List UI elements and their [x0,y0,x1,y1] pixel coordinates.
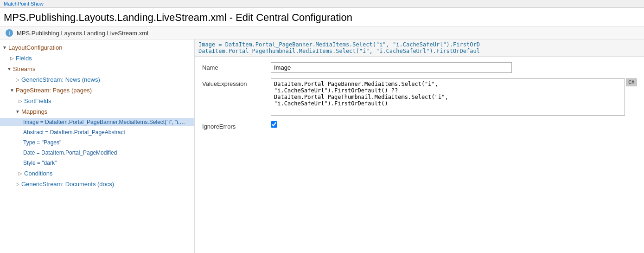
tree-item-mapping1[interactable]: Image = DataItem.Portal_PageBanner.Media… [0,117,194,127]
tree-item-pagestream[interactable]: ▼ PageStream: Pages (pages) [0,85,194,96]
info-icon: i [6,29,13,37]
right-top-code: Image = DataItem.Portal_PageBanner.Media… [195,39,644,57]
ignore-errors-label: IgnoreErrors [202,121,267,130]
code-line2: DataItem.Portal_PageThumbnail.MediaItems… [198,48,640,54]
streams-label: Streams [13,65,35,72]
main-layout: ▼ LayoutConfiguration ▷ Fields ▼ Streams… [0,39,644,253]
value-expression-group: DataItem.Portal_PageBanner.MediaItems.Se… [271,78,637,116]
name-label: Name [202,62,267,71]
tree-item-fields[interactable]: ▷ Fields [0,53,194,64]
tree-item-generic-docs[interactable]: ▷ GenericStream: Documents (docs) [0,179,194,189]
name-row: Name [202,62,637,73]
toggle-conditions[interactable]: ▷ [18,171,23,176]
generic-docs-label: GenericStream: Documents (docs) [21,181,114,188]
toggle-fields[interactable]: ▷ [9,56,15,61]
code-line1: Image = DataItem.Portal_PageBanner.Media… [198,41,640,48]
toggle-generic-news[interactable]: ▷ [15,77,20,83]
tree-item-sortfields[interactable]: ▷ SortFields [0,96,194,106]
mapping2-label: Abstract = DataItem.Portal_PageAbstract [23,129,125,136]
name-input[interactable] [271,62,512,73]
info-filename: MPS.Publishing.Layouts.Landing.LiveStrea… [17,30,148,37]
toggle-mappings[interactable]: ▼ [15,109,20,115]
mapping3-label: Type = "Pages" [23,139,61,146]
mapping4-label: Date = DataItem.Portal_PageModified [23,149,117,156]
fields-label: Fields [16,55,32,62]
tree-item-mapping3[interactable]: Type = "Pages" [0,137,194,148]
generic-news-label: GenericStream: News (news) [21,76,100,83]
pagestream-label: PageStream: Pages (pages) [16,87,92,94]
tree-item-conditions[interactable]: ▷ Conditions [0,168,194,179]
info-bar: i MPS.Publishing.Layouts.Landing.LiveStr… [0,27,644,39]
toggle-pagestream[interactable]: ▼ [9,88,15,93]
top-bar: MatchPoint Show [0,0,644,8]
conditions-label: Conditions [24,170,52,177]
tree-item-root[interactable]: ▼ LayoutConfiguration [0,42,194,53]
cs-badge: C# [626,78,637,86]
root-label: LayoutConfiguration [8,44,62,51]
toggle-generic-docs[interactable]: ▷ [15,182,20,187]
ignore-errors-checkbox[interactable] [271,121,277,128]
right-panel: Image = DataItem.Portal_PageBanner.Media… [195,39,644,253]
tree-item-mapping5[interactable]: Style = "dark" [0,158,194,168]
value-expression-label: ValueExpression [202,78,267,87]
left-panel: ▼ LayoutConfiguration ▷ Fields ▼ Streams… [0,39,195,253]
ignore-errors-row: IgnoreErrors [202,121,637,130]
mapping5-label: Style = "dark" [23,160,57,166]
toggle-sortfields[interactable]: ▷ [18,98,23,104]
toggle-streams[interactable]: ▼ [6,66,12,72]
toggle-root[interactable]: ▼ [2,45,7,51]
page-title: MPS.Publishing.Layouts.Landing.LiveStrea… [0,8,644,27]
tree-item-streams[interactable]: ▼ Streams [0,64,194,74]
top-bar-label: MatchPoint Show [4,1,44,6]
tree-item-generic-news[interactable]: ▷ GenericStream: News (news) [0,74,194,85]
sortfields-label: SortFields [24,97,51,104]
mapping1-label: Image = DataItem.Portal_PageBanner.Media… [23,119,185,125]
mappings-label: Mappings [21,108,47,115]
right-form: Name ValueExpression DataItem.Portal_Pag… [195,57,644,136]
value-expression-textarea[interactable]: DataItem.Portal_PageBanner.MediaItems.Se… [271,78,625,116]
tree-item-mapping4[interactable]: Date = DataItem.Portal_PageModified [0,148,194,158]
tree-item-mappings[interactable]: ▼ Mappings [0,106,194,117]
value-expression-row: ValueExpression DataItem.Portal_PageBann… [202,78,637,116]
tree-item-mapping2[interactable]: Abstract = DataItem.Portal_PageAbstract [0,127,194,137]
